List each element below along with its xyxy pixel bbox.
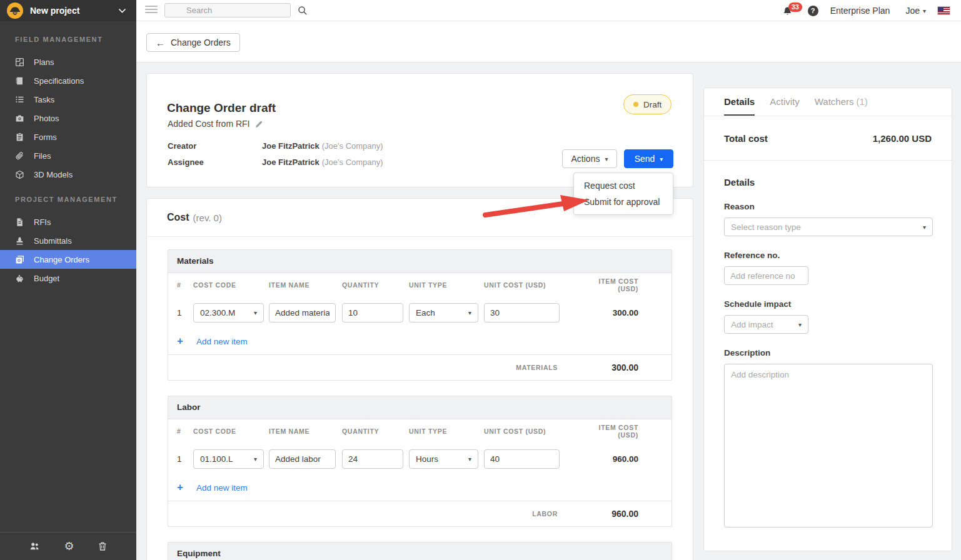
- back-to-change-orders-button[interactable]: ← Change Orders: [146, 33, 240, 52]
- assignee-row: Assignee Joe FitzPatrick (Joe's Company): [168, 158, 383, 167]
- labor-section-title: Labor: [168, 396, 672, 419]
- sidebar-item-label: RFIs: [34, 218, 51, 227]
- content-header: ← Change Orders: [136, 21, 961, 62]
- unit-cost-input[interactable]: [484, 303, 560, 322]
- item-name-input[interactable]: [269, 303, 336, 322]
- equipment-section: Equipment: [168, 542, 672, 560]
- hamburger-menu-icon[interactable]: [145, 6, 158, 15]
- sidebar-item-change-orders[interactable]: Change Orders: [0, 250, 136, 269]
- sidebar-item-specifications[interactable]: Specifications: [0, 71, 136, 90]
- user-menu[interactable]: Joe ▾: [905, 6, 926, 16]
- assignee-name: Joe FitzPatrick: [262, 158, 319, 167]
- col-item-cost: ITEM COST (USD): [577, 278, 672, 292]
- schedule-impact-select[interactable]: Add impact ▾: [724, 315, 808, 334]
- creator-row: Creator Joe FitzPatrick (Joe's Company): [168, 141, 383, 151]
- sidebar-item-forms[interactable]: Forms: [0, 128, 136, 146]
- sidebar-item-submittals[interactable]: Submittals: [0, 231, 136, 250]
- reference-input[interactable]: [724, 266, 808, 285]
- plus-icon: +: [177, 481, 196, 494]
- chevron-down-icon: [118, 8, 126, 13]
- item-name-input[interactable]: [269, 449, 336, 469]
- cost-code-select[interactable]: 01.100.L ▾: [193, 449, 264, 469]
- plan-label[interactable]: Enterprise Plan: [830, 6, 890, 16]
- tab-watchers[interactable]: Watchers(1): [815, 88, 868, 116]
- unit-type-select[interactable]: Hours ▾: [409, 449, 478, 469]
- total-cost-label: Total cost: [724, 133, 768, 144]
- materials-section-title: Materials: [168, 250, 672, 273]
- chevron-down-icon: ▾: [660, 156, 663, 162]
- col-quantity: QUANTITY: [342, 428, 409, 435]
- col-item-name: ITEM NAME: [269, 281, 342, 289]
- unit-type-select[interactable]: Each ▾: [409, 303, 478, 322]
- help-icon[interactable]: ?: [808, 6, 818, 16]
- actions-button[interactable]: Actions ▾: [562, 149, 617, 168]
- chevron-down-icon: ▾: [468, 456, 471, 462]
- watchers-count: (1): [857, 96, 868, 107]
- description-textarea[interactable]: [724, 364, 933, 528]
- notification-count-badge: 33: [788, 2, 802, 12]
- specifications-icon: [15, 76, 24, 86]
- sidebar-item-label: Files: [34, 151, 51, 161]
- reason-label: Reason: [724, 202, 932, 211]
- main-content: ← Change Orders Change Order draft Added…: [136, 21, 961, 560]
- project-name: New project: [30, 6, 118, 16]
- materials-total-label: MATERIALS: [516, 364, 558, 371]
- actions-button-label: Actions: [571, 154, 600, 164]
- back-button-label: Change Orders: [171, 38, 231, 48]
- tab-details[interactable]: Details: [724, 88, 755, 116]
- trash-icon[interactable]: [98, 541, 108, 551]
- assignee-label: Assignee: [168, 158, 262, 167]
- edit-pencil-icon[interactable]: [255, 120, 263, 128]
- topbar-right-cluster: 33 ? Enterprise Plan Joe ▾: [782, 0, 950, 21]
- quantity-input[interactable]: [342, 449, 403, 469]
- search-input[interactable]: [185, 5, 298, 16]
- sidebar-item-label: Specifications: [34, 76, 84, 86]
- sidebar-item-3d-models[interactable]: 3D Models: [0, 165, 136, 184]
- send-button[interactable]: Send ▾: [624, 149, 673, 168]
- cost-card: Cost (rev. 0) Materials # COST CODE ITEM…: [146, 198, 693, 560]
- add-new-item-button[interactable]: + Add new item: [168, 328, 672, 354]
- item-cost-value: 960.00: [560, 454, 672, 464]
- quantity-input[interactable]: [342, 303, 403, 322]
- unit-cost-input[interactable]: [484, 449, 560, 469]
- labor-section: Labor # COST CODE ITEM NAME QUANTITY UNI…: [168, 396, 672, 527]
- sidebar-item-label: 3D Models: [34, 170, 73, 179]
- plus-icon: +: [177, 335, 196, 348]
- details-panel-tabs: Details Activity Watchers(1): [704, 88, 952, 116]
- plans-icon: [15, 58, 24, 67]
- notifications-bell-icon[interactable]: 33: [782, 4, 796, 18]
- sidebar-item-files[interactable]: Files: [0, 146, 136, 165]
- cost-code-value: 02.300.M: [200, 308, 235, 318]
- chevron-down-icon: ▾: [254, 456, 257, 462]
- sidebar: New project FIELD MANAGEMENT Plans Speci…: [0, 0, 136, 560]
- creator-name: Joe FitzPatrick: [262, 141, 319, 151]
- search-icon[interactable]: [298, 6, 308, 16]
- sidebar-item-budget[interactable]: Budget: [0, 269, 136, 288]
- tab-activity[interactable]: Activity: [770, 88, 800, 116]
- search-box: [164, 3, 291, 18]
- user-name: Joe: [905, 6, 920, 16]
- status-dot-icon: [633, 102, 638, 107]
- col-unit-type: UNIT TYPE: [409, 281, 484, 289]
- reason-select[interactable]: Select reason type ▾: [724, 218, 933, 236]
- change-orders-icon: [15, 255, 24, 264]
- add-new-item-button[interactable]: + Add new item: [168, 474, 672, 501]
- forms-icon: [15, 132, 24, 142]
- sidebar-item-photos[interactable]: Photos: [0, 109, 136, 128]
- gear-icon[interactable]: ⚙: [64, 541, 74, 552]
- equipment-section-title: Equipment: [168, 542, 672, 560]
- sidebar-item-plans[interactable]: Plans: [0, 52, 136, 71]
- sidebar-item-rfis[interactable]: RFIs: [0, 212, 136, 231]
- unit-type-value: Hours: [416, 454, 438, 464]
- menu-item-submit-for-approval[interactable]: Submit for approval: [574, 194, 673, 210]
- cost-code-select[interactable]: 02.300.M ▾: [193, 303, 264, 322]
- people-settings-button[interactable]: [29, 541, 41, 551]
- labor-total-label: LABOR: [532, 510, 558, 518]
- cost-body: Materials # COST CODE ITEM NAME QUANTITY…: [147, 249, 693, 560]
- labor-column-headers: # COST CODE ITEM NAME QUANTITY UNIT TYPE…: [168, 419, 672, 443]
- us-flag-language-icon[interactable]: [938, 7, 950, 14]
- menu-item-request-cost[interactable]: Request cost: [574, 178, 673, 194]
- sidebar-item-tasks[interactable]: Tasks: [0, 90, 136, 109]
- sidebar-item-label: Budget: [34, 274, 59, 283]
- project-switcher[interactable]: New project: [0, 0, 136, 21]
